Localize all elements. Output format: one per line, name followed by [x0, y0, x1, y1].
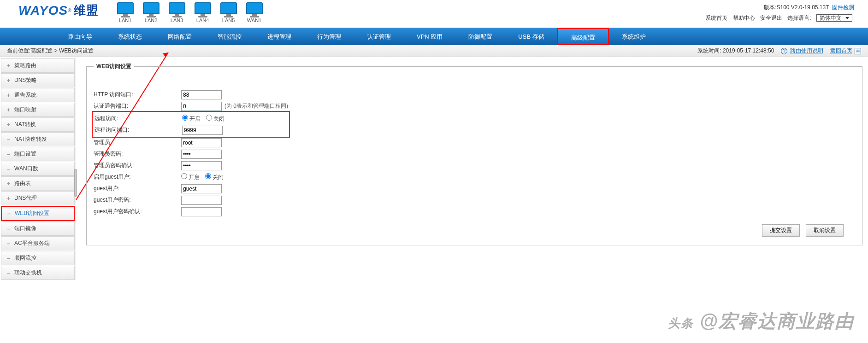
guest-pwd2-input[interactable] [181, 207, 222, 216]
expand-icon: – [7, 166, 12, 172]
breadcrumb-bar: 当前位置:高级配置 > WEB访问设置 系统时间: 2019-05-17 12:… [0, 45, 868, 57]
sidebar-item-12[interactable]: –AC平台服务端 [1, 236, 75, 250]
interface-lan4[interactable]: LAN4 [195, 2, 211, 23]
interface-lan1[interactable]: LAN1 [117, 2, 134, 23]
remote-access-label: 远程访问: [94, 115, 182, 122]
http-port-input[interactable] [181, 90, 222, 99]
guest-pwd-input[interactable] [181, 196, 222, 205]
brand-en: WAYOS [18, 3, 68, 18]
expand-icon: – [7, 136, 12, 143]
admin-pwd2-input[interactable] [181, 161, 222, 170]
sidebar: +策略路由+DNS策略+通告系统+端口映射+NAT转换–NAT快速转发–端口设置… [0, 57, 76, 280]
logo: WAYOS® 维盟 [18, 2, 99, 18]
lang-label: 选择语言: [787, 15, 811, 21]
guest-enable-off[interactable]: 关闭 [205, 174, 224, 180]
nav-item-11[interactable]: 系统维护 [609, 28, 659, 45]
breadcrumb: 当前位置:高级配置 > WEB访问设置 [7, 47, 94, 55]
home-arrow-icon: ⇐ [855, 48, 861, 54]
nav-item-6[interactable]: 认证管理 [354, 28, 404, 45]
nav-item-7[interactable]: VPN 应用 [404, 28, 455, 45]
sidebar-item-6[interactable]: –端口设置 [1, 147, 75, 161]
auth-port-label: 认证通告端口: [94, 102, 181, 110]
sidebar-item-5[interactable]: –NAT快速转发 [1, 132, 75, 146]
sidebar-item-9[interactable]: +DNS代理 [1, 191, 75, 205]
auth-port-input[interactable] [181, 102, 222, 111]
nav-item-2[interactable]: 网络配置 [155, 28, 205, 45]
nav-item-3[interactable]: 智能流控 [205, 28, 254, 45]
chevron-down-icon [845, 17, 849, 19]
question-icon: ? [781, 48, 787, 54]
guest-pwd2-label: guest用户密码确认: [94, 208, 181, 215]
main-nav: 路由向导系统状态网络配置智能流控进程管理行为管理认证管理VPN 应用防御配置US… [0, 28, 868, 45]
expand-icon: – [7, 255, 12, 262]
guest-pwd-label: guest用户密码: [94, 196, 181, 204]
expand-icon: + [7, 107, 12, 113]
brand-cn: 维盟 [74, 2, 99, 18]
lang-select[interactable]: 简体中文 [816, 14, 852, 22]
interface-lan3[interactable]: LAN3 [169, 2, 185, 23]
remote-access-on[interactable]: 开启 [182, 116, 201, 122]
admin-label: 管理员: [94, 139, 181, 146]
sidebar-item-2[interactable]: +通告系统 [1, 88, 75, 102]
guest-enable-label: 启用guest用户: [94, 173, 181, 181]
header-right: 版本:S100 V2.0-19.05.13T 固件检测 系统首页 帮助中心 安全… [703, 4, 854, 22]
firmware-check-link[interactable]: 固件检测 [832, 4, 854, 11]
nav-item-1[interactable]: 系统状态 [105, 28, 155, 45]
web-access-panel: WEB访问设置 HTTP 访问端口: 认证通告端口: (为 0表示和管理端口相同… [86, 63, 862, 245]
nav-item-4[interactable]: 进程管理 [254, 28, 304, 45]
link-home[interactable]: 系统首页 [705, 15, 727, 21]
admin-pwd-input[interactable] [181, 150, 222, 159]
sidebar-item-0[interactable]: +策略路由 [1, 58, 75, 73]
panel-legend: WEB访问设置 [94, 63, 134, 70]
nav-item-9[interactable]: USB 存储 [505, 28, 557, 45]
expand-icon: – [7, 226, 12, 232]
admin-pwd2-label: 管理员密码确认: [94, 162, 181, 169]
systime-value: 2019-05-17 12:48:50 [723, 47, 774, 54]
expand-icon: + [7, 180, 12, 187]
header: WAYOS® 维盟 LAN1LAN2LAN3LAN4LAN5WAN1 版本:S1… [0, 0, 868, 28]
guest-enable-on[interactable]: 开启 [181, 174, 200, 180]
remote-port-input[interactable] [182, 126, 223, 135]
sidebar-item-4[interactable]: +NAT转换 [1, 117, 75, 132]
interface-lan5[interactable]: LAN5 [220, 2, 237, 23]
auth-port-hint: (为 0表示和管理端口相同) [224, 102, 288, 110]
expand-icon: – [7, 151, 12, 157]
guest-user-input[interactable] [181, 184, 222, 193]
expand-icon: – [7, 210, 12, 217]
cancel-button[interactable]: 取消设置 [806, 224, 844, 237]
sidebar-item-10[interactable]: –WEB访问设置 [1, 206, 75, 221]
sidebar-list: +策略路由+DNS策略+通告系统+端口映射+NAT转换–NAT快速转发–端口设置… [0, 58, 76, 280]
back-link[interactable]: 返回首页 [830, 47, 852, 54]
nav-item-0[interactable]: 路由向导 [55, 28, 105, 45]
submit-button[interactable]: 提交设置 [762, 224, 800, 237]
systime-label: 系统时间: [697, 47, 721, 54]
expand-icon: + [7, 122, 12, 128]
nav-item-8[interactable]: 防御配置 [455, 28, 505, 45]
interface-wan1[interactable]: WAN1 [246, 2, 263, 23]
http-port-label: HTTP 访问端口: [94, 91, 181, 99]
expand-icon: + [7, 195, 12, 202]
sidebar-item-14[interactable]: –联动交换机 [1, 266, 75, 280]
remote-access-off[interactable]: 关闭 [206, 116, 224, 122]
content: WEB访问设置 HTTP 访问端口: 认证通告端口: (为 0表示和管理端口相同… [76, 57, 868, 280]
sidebar-item-13[interactable]: –顺网流控 [1, 251, 75, 265]
nav-item-5[interactable]: 行为管理 [304, 28, 354, 45]
sidebar-item-1[interactable]: +DNS策略 [1, 73, 75, 87]
interface-lan2[interactable]: LAN2 [143, 2, 159, 23]
annotation-highlight-box: 远程访问: 开启 关闭 远程访问端口: [92, 111, 290, 138]
sidebar-item-8[interactable]: +路由表 [1, 176, 75, 191]
version-label: 版本:S100 V2.0-19.05.13T [764, 4, 829, 11]
sidebar-item-3[interactable]: +端口映射 [1, 103, 75, 117]
help-link[interactable]: 路由使用说明 [790, 47, 823, 54]
expand-icon: + [7, 92, 12, 99]
sidebar-item-11[interactable]: –端口镜像 [1, 221, 75, 236]
interface-list: LAN1LAN2LAN3LAN4LAN5WAN1 [117, 2, 263, 23]
link-help[interactable]: 帮助中心 [733, 15, 755, 21]
admin-input[interactable] [181, 138, 222, 147]
nav-item-10[interactable]: 高级配置 [557, 28, 609, 45]
expand-icon: + [7, 63, 12, 69]
link-logout[interactable]: 安全退出 [760, 15, 782, 21]
brand-reg: ® [68, 8, 71, 13]
sidebar-item-7[interactable]: –WAN口数 [1, 162, 75, 176]
expand-icon: – [7, 240, 12, 247]
